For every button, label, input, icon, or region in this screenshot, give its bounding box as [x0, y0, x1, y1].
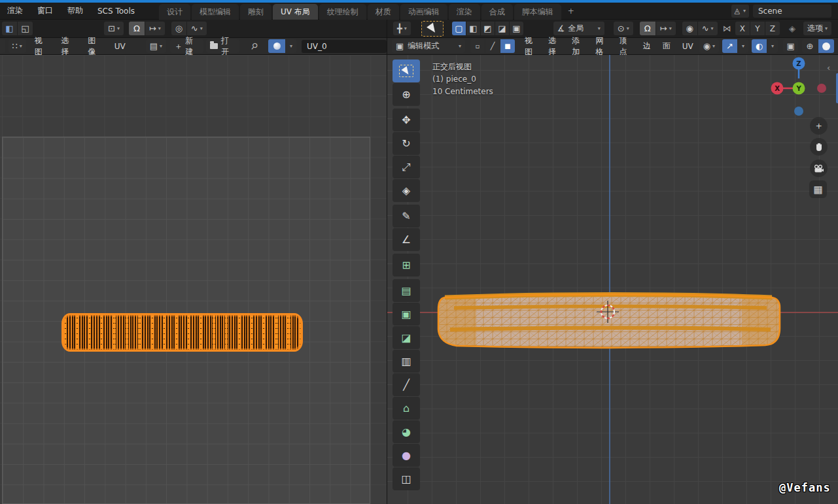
- vp-pivot-dropdown[interactable]: ⊙ ▾: [614, 22, 633, 35]
- mirror-y-button[interactable]: Y: [750, 22, 765, 35]
- vp-menu-view[interactable]: 视图: [519, 35, 542, 58]
- uv-snap-toggle[interactable]: Ω: [129, 22, 145, 35]
- mirror-x-button[interactable]: X: [735, 22, 750, 35]
- navigation-gizmo[interactable]: Z X Y: [771, 58, 827, 116]
- snap-projection-toggle[interactable]: ◈: [785, 22, 799, 35]
- scene-browse-button[interactable]: ◬ ▾: [731, 5, 749, 18]
- uv-menu-view[interactable]: 视图: [29, 35, 56, 58]
- tool-spin[interactable]: ◕: [393, 420, 420, 443]
- xray-toggle[interactable]: ▣: [783, 39, 798, 53]
- vp-proportional-toggle[interactable]: ◉: [682, 22, 697, 35]
- tool-smooth[interactable]: ●: [393, 444, 420, 467]
- vp-menu-vertex[interactable]: 顶点: [614, 35, 637, 58]
- tool-add-cube[interactable]: ⊞: [393, 254, 420, 277]
- select-mode-set[interactable]: ▢: [452, 22, 466, 35]
- uv-map-button[interactable]: [268, 39, 285, 53]
- tool-bevel[interactable]: ◪: [393, 326, 420, 349]
- menu-help[interactable]: 帮助: [60, 3, 90, 20]
- active-tool-display[interactable]: [421, 21, 444, 37]
- shading-solid-button[interactable]: [818, 39, 834, 53]
- menu-scs-tools[interactable]: SCS Tools: [90, 3, 142, 20]
- uv-falloff-dropdown[interactable]: ∿ ▾: [187, 22, 207, 35]
- scene-name-field[interactable]: Scene: [753, 5, 831, 18]
- gizmo-neg-x-ball[interactable]: [817, 84, 826, 93]
- vp-snap-target-dropdown[interactable]: ↦ ▾: [656, 22, 676, 35]
- add-workspace-button[interactable]: +: [563, 4, 580, 20]
- tab-rendering[interactable]: 渲染: [449, 4, 480, 20]
- tab-layout[interactable]: 设计: [159, 4, 190, 20]
- sidebar-collapse-arrow[interactable]: ‹: [827, 63, 830, 73]
- pin-toggle[interactable]: ⚲: [247, 39, 262, 53]
- tool-measure[interactable]: ∠: [393, 228, 420, 251]
- vp-menu-mesh[interactable]: 网格: [589, 35, 613, 58]
- camera-view-button[interactable]: [810, 160, 828, 177]
- tool-annotate[interactable]: ✎: [393, 205, 420, 227]
- options-dropdown[interactable]: 选项 ▾: [803, 22, 831, 35]
- tool-move[interactable]: ✥: [393, 109, 420, 131]
- uv-snap-target-dropdown[interactable]: ↦ ▾: [145, 22, 165, 35]
- tab-sculpting[interactable]: 雕刻: [240, 4, 271, 20]
- image-new-button[interactable]: ＋ 新建: [170, 39, 203, 53]
- overlays-toggle[interactable]: ◐: [752, 39, 767, 53]
- select-mode-intersect[interactable]: ▣: [510, 22, 523, 35]
- mode-dropdown[interactable]: ▣ 编辑模式 ▾: [392, 39, 465, 53]
- visibility-dropdown[interactable]: ◉ ▾: [699, 39, 719, 53]
- tool-select-box[interactable]: [393, 59, 420, 82]
- viewport-canvas[interactable]: Z X Y ⊕ ✥ ↻ ⤢ ◈ ✎ ∠ ⊞ ▤ ▣ ◪ ▥ ╱: [387, 55, 838, 504]
- pan-hand-button[interactable]: [810, 138, 828, 156]
- vp-menu-uv[interactable]: UV: [676, 42, 699, 51]
- mirror-z-button[interactable]: Z: [765, 22, 780, 35]
- menu-render[interactable]: 渲染: [0, 3, 30, 20]
- tool-rotate[interactable]: ↻: [393, 132, 420, 155]
- uv-select-mode-dropdown[interactable]: ∷ ▾: [9, 39, 26, 53]
- image-open-button[interactable]: 打开: [206, 39, 240, 53]
- vertex-select-mode-button[interactable]: ▫: [470, 39, 485, 53]
- tool-inset-faces[interactable]: ▣: [393, 303, 420, 326]
- vp-menu-select[interactable]: 选择: [542, 35, 566, 58]
- editor-type-button[interactable]: [0, 39, 5, 53]
- uv-menu-image[interactable]: 图像: [82, 35, 109, 58]
- orientation-dropdown[interactable]: ∡ 全局 ▾: [553, 22, 604, 35]
- tab-modeling[interactable]: 模型编辑: [192, 4, 239, 20]
- shading-wireframe-button[interactable]: ⊕: [802, 39, 818, 53]
- select-mode-subtract[interactable]: ◩: [481, 22, 495, 35]
- tool-knife[interactable]: ╱: [393, 373, 420, 396]
- tab-animation[interactable]: 动画编辑: [400, 4, 447, 20]
- uv-pivot-dropdown[interactable]: ⊡ ▾: [104, 22, 124, 35]
- select-mode-extend[interactable]: ◧: [466, 22, 480, 35]
- vp-falloff-dropdown[interactable]: ∿ ▾: [698, 22, 718, 35]
- tool-poly-build[interactable]: ⌂: [393, 397, 420, 420]
- uv-editor-canvas[interactable]: [0, 55, 387, 504]
- gizmo-neg-z-ball[interactable]: [794, 107, 803, 116]
- uv-island-mesh[interactable]: [61, 313, 303, 352]
- gizmos-toggle[interactable]: ↗: [722, 39, 737, 53]
- menu-window[interactable]: 窗口: [30, 3, 60, 20]
- vp-menu-edge[interactable]: 边: [637, 41, 657, 52]
- uv-map-name-input[interactable]: [302, 40, 387, 53]
- uv-menu-uv[interactable]: UV: [109, 42, 131, 51]
- uv-map-dropdown[interactable]: ▾: [286, 39, 296, 53]
- vp-menu-face[interactable]: 面: [657, 41, 676, 52]
- vp-snap-toggle[interactable]: Ω: [640, 22, 655, 35]
- tab-scripting[interactable]: 脚本编辑: [514, 4, 561, 20]
- tab-texture-paint[interactable]: 纹理绘制: [319, 4, 366, 20]
- tab-compositing[interactable]: 合成: [481, 4, 513, 20]
- uv-menu-select[interactable]: 选择: [56, 35, 82, 58]
- tool-cursor[interactable]: ⊕: [393, 83, 420, 106]
- tool-loop-cut[interactable]: ▥: [393, 350, 420, 373]
- uv-proportional-toggle[interactable]: ◎: [171, 22, 186, 35]
- mesh-piece-0[interactable]: [387, 55, 780, 349]
- face-select-mode-button[interactable]: ■: [500, 39, 515, 53]
- tool-rip-region[interactable]: ◫: [393, 467, 420, 490]
- vp-tool-options-dropdown[interactable]: ╋ ▾: [393, 22, 411, 35]
- mirror-toggle[interactable]: ⋈: [719, 22, 735, 35]
- ortho-grid-button[interactable]: ▦: [809, 180, 827, 198]
- gizmos-dropdown[interactable]: ▾: [738, 39, 748, 53]
- uv-sync-selection-toggle[interactable]: ◧: [2, 22, 17, 35]
- tool-scale[interactable]: ⤢: [393, 156, 420, 178]
- tool-transform[interactable]: ◈: [393, 179, 420, 202]
- tool-extrude-region[interactable]: ▤: [393, 279, 420, 302]
- vp-menu-add[interactable]: 添加: [566, 35, 589, 58]
- overlays-dropdown[interactable]: ▾: [767, 39, 778, 53]
- select-mode-invert[interactable]: ◪: [495, 22, 509, 35]
